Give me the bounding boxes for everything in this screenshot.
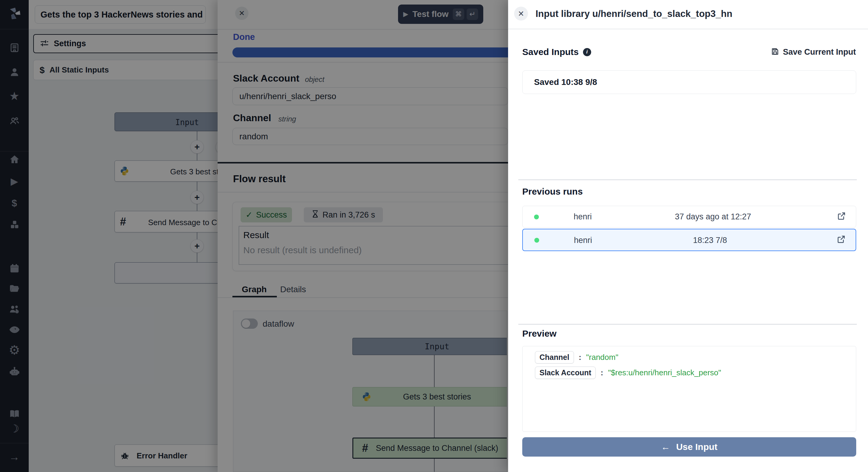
sidebar-divider	[0, 29, 29, 29]
slack-hash-icon: #	[362, 442, 368, 454]
progress-bar	[232, 48, 508, 57]
workspace-building-icon[interactable]	[0, 41, 29, 54]
run-node-input[interactable]: Input	[352, 338, 507, 355]
divider	[218, 29, 508, 30]
resources-cubes-icon[interactable]	[0, 218, 29, 232]
input-library-drawer: ✕ Input library u/henri/send_to_slack_to…	[508, 0, 868, 472]
dollar-icon: $	[39, 65, 45, 75]
preview-key: Slack Account	[535, 367, 596, 379]
schedules-calendar-icon[interactable]	[0, 262, 29, 275]
star-icon[interactable]: ★	[0, 89, 29, 103]
flow-node-step1[interactable]: Gets 3 best stori	[115, 160, 218, 182]
play-icon: ▶	[403, 10, 408, 18]
arrow-left-icon: ←	[661, 442, 670, 452]
bug-icon	[120, 450, 130, 462]
preview-key: Channel	[535, 351, 574, 364]
previous-runs-heading: Previous runs	[522, 186, 583, 197]
divider	[218, 192, 508, 192]
result-label: Result	[243, 230, 269, 240]
hourglass-icon	[312, 210, 319, 220]
variables-dollar-icon[interactable]: $	[0, 196, 29, 210]
run-status-dot	[534, 215, 539, 219]
duration-badge: Ran in 3,726 s	[304, 207, 383, 222]
external-link-icon[interactable]	[837, 235, 846, 245]
divider	[508, 29, 868, 29]
tab-graph[interactable]: Graph	[242, 285, 267, 294]
splitter-handle[interactable]	[218, 162, 508, 163]
run-node-step1[interactable]: Gets 3 best stories b	[352, 387, 507, 406]
preview-value: "random"	[586, 353, 618, 362]
flow-editor-canvas: Settings $ All Static Inputs Input + Get…	[29, 29, 218, 472]
home-icon[interactable]	[0, 153, 29, 166]
user-icon[interactable]	[0, 65, 29, 78]
dataflow-toggle[interactable]	[241, 318, 258, 329]
close-icon[interactable]: ✕	[514, 7, 528, 21]
preview-value: "$res:u/henri/henri_slack_perso"	[608, 368, 721, 377]
test-flow-drawer: ✕ ▶ Test flow ⌘ ↵ Done Slack Account obj…	[218, 0, 508, 472]
flow-result-heading: Flow result	[233, 173, 286, 185]
all-static-inputs-label: All Static Inputs	[50, 65, 109, 75]
use-input-button[interactable]: ← Use Input	[522, 437, 856, 457]
check-icon: ✓	[246, 210, 253, 220]
windmill-logo-icon[interactable]	[0, 7, 29, 20]
flow-result-card: ✓ Success Ran in 3,726 s Result No resul…	[232, 202, 508, 271]
sidebar: ★ ▶ $ ⚙ ☾ →	[0, 0, 29, 472]
docs-book-icon[interactable]	[0, 407, 29, 420]
sidebar-divider	[0, 151, 29, 151]
divider	[518, 180, 857, 180]
run-node-step2[interactable]: # Send Message to Channel (slack) a	[352, 438, 507, 459]
tab-details[interactable]: Details	[280, 285, 306, 294]
test-flow-button[interactable]: ▶ Test flow ⌘ ↵	[398, 4, 483, 24]
success-badge: ✓ Success	[241, 207, 292, 222]
add-step-button[interactable]: +	[190, 140, 204, 154]
flow-settings-button[interactable]: Settings	[33, 34, 218, 53]
flow-title-input[interactable]: Gets the top 3 HackerNews stories and s	[35, 5, 206, 24]
previous-run-row[interactable]: henri 37 days ago at 12:27	[522, 206, 856, 227]
saved-input-item[interactable]: Saved 10:38 9/8	[522, 70, 856, 94]
flow-connector-line	[197, 131, 197, 283]
info-icon[interactable]: i	[583, 48, 591, 56]
all-static-inputs-button[interactable]: $ All Static Inputs	[33, 60, 218, 80]
flow-node-input[interactable]: Input	[115, 113, 218, 131]
run-graph-panel: dataflow Input Gets 3 best stories b # S…	[233, 311, 507, 472]
runs-play-icon[interactable]: ▶	[0, 175, 29, 188]
toggle-knob	[242, 319, 250, 328]
result-empty-text: No result (result is undefined)	[243, 245, 362, 255]
theme-moon-icon[interactable]: ☾	[0, 422, 29, 435]
divider	[218, 297, 508, 298]
settings-gear-icon[interactable]: ⚙	[0, 344, 29, 357]
settings-label: Settings	[54, 39, 86, 49]
flow-node-error-handler[interactable]: Error Handler	[115, 444, 218, 467]
close-icon[interactable]: ✕	[235, 7, 248, 20]
slack-account-input[interactable]: u/henri/henri_slack_perso	[232, 87, 508, 105]
drawer-title: Input library u/henri/send_to_slack_top3…	[535, 8, 732, 19]
add-step-button[interactable]: +	[190, 239, 204, 253]
add-step-button[interactable]: +	[190, 191, 204, 204]
preview-heading: Preview	[522, 328, 556, 339]
add-branch-button[interactable]	[216, 140, 218, 154]
save-floppy-icon	[771, 48, 779, 57]
python-icon	[362, 391, 372, 404]
ai-robot-icon[interactable]	[0, 365, 29, 378]
audit-eye-icon[interactable]	[0, 323, 29, 336]
result-box: Result No result (result is undefined)	[239, 226, 508, 265]
expand-arrow-right-icon[interactable]: →	[0, 450, 29, 464]
flow-node-step2[interactable]: # Send Message to Chan	[115, 211, 218, 232]
preview-entry: Channel : "random"	[535, 351, 856, 364]
user-group-icon[interactable]	[0, 114, 29, 128]
preview-entry: Slack Account : "$res:u/henri/henri_slac…	[535, 367, 856, 379]
channel-input[interactable]: random	[232, 128, 508, 145]
sliders-icon	[40, 39, 49, 49]
saved-inputs-heading: Saved Inputs i	[522, 47, 591, 57]
sidebar-divider	[0, 443, 29, 443]
external-link-icon[interactable]	[837, 212, 846, 222]
python-icon	[119, 166, 130, 177]
dataflow-label: dataflow	[262, 319, 294, 329]
workers-icon[interactable]	[0, 303, 29, 316]
save-current-input-button[interactable]: Save Current Input	[771, 48, 856, 57]
flow-node-result[interactable]: Result	[115, 262, 218, 283]
preview-box: Channel : "random" Slack Account : "$res…	[522, 346, 856, 432]
previous-run-row-selected[interactable]: henri 18:23 7/8	[522, 229, 856, 251]
run-status-dot	[534, 238, 539, 243]
folders-icon[interactable]	[0, 282, 29, 295]
